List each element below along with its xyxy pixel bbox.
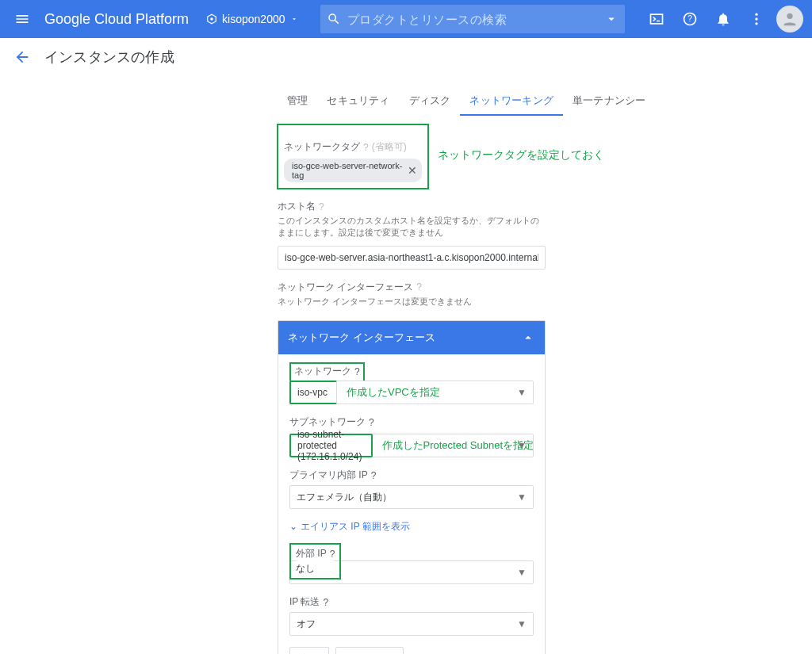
avatar [776, 6, 803, 33]
subnet-dropdown-value: iso-subnet-protected (172.16.1.0/24) [297, 429, 365, 462]
subnet-annotation: 作成したProtected Subnetを指定 [382, 438, 534, 453]
external-ip-label-row: 外部 IP ? [296, 547, 335, 560]
chevron-down-icon[interactable] [604, 12, 619, 26]
external-ip-label: 外部 IP [296, 547, 327, 560]
account-button[interactable] [774, 3, 806, 35]
chevron-down-small-icon: ⌄ [289, 521, 297, 532]
external-ip-row: 外部 IP ? なし . ▼ [289, 543, 534, 584]
tab-disks[interactable]: ディスク [400, 86, 461, 116]
network-tags-label: ネットワークタグ [284, 140, 360, 154]
svg-point-6 [755, 22, 757, 25]
nif-desc: ネットワーク インターフェースは変更できません [278, 296, 547, 308]
optional-hint: (省略可) [372, 140, 407, 154]
ip-forward-label: IP 転送 [289, 595, 320, 609]
network-tags-input[interactable]: iso-gce-web-server-network-tag ✕ [284, 159, 422, 182]
more-button[interactable] [741, 3, 772, 35]
subnet-dropdown-value-box[interactable]: iso-subnet-protected (172.16.1.0/24) [289, 434, 373, 457]
page-title: インスタンスの作成 [44, 48, 174, 67]
help-icon[interactable]: ? [323, 597, 328, 608]
subnet-row: サブネットワーク ? iso-subnet-protected (172.16.… [289, 415, 534, 457]
network-tags-label-row: ネットワークタグ ? (省略可) [284, 140, 422, 154]
help-icon[interactable]: ? [354, 366, 360, 377]
notifications-button[interactable] [707, 3, 739, 35]
back-button[interactable] [10, 44, 35, 70]
menu-icon [14, 11, 30, 27]
help-icon[interactable]: ? [330, 549, 335, 560]
person-icon [781, 10, 799, 28]
kebab-icon [749, 11, 764, 27]
nif-label: ネットワーク インターフェース [278, 281, 413, 294]
nif-panel-title: ネットワーク インターフェース [288, 331, 435, 345]
search-icon [327, 12, 341, 26]
topbar-right-icons: ? [641, 3, 806, 35]
nif-panel-body: ネットワーク ? iso-vpc 作成したVPCを指定 [278, 354, 545, 654]
primary-ip-value: エフェメラル（自動） [297, 491, 392, 504]
main-content: 管理 セキュリティ ディスク ネットワーキング 単一テナンシー ネットワークタグ… [0, 86, 812, 654]
gcp-top-bar: Google Cloud Platform kisopon2000 ? [0, 0, 812, 38]
hamburger-menu-button[interactable] [6, 3, 38, 35]
arrow-left-icon [13, 48, 31, 66]
network-annotation: 作成したVPCを指定 [347, 385, 440, 400]
project-hex-icon [206, 13, 217, 25]
primary-ip-label-row: プライマリ内部 IP ? [289, 469, 534, 482]
panel-done-button[interactable]: 完了 [289, 647, 329, 654]
network-tags-block: ネットワークタグ ? (省略可) iso-gce-web-server-netw… [278, 124, 428, 189]
hostname-label: ホスト名 [278, 200, 316, 213]
panel-cancel-button[interactable]: キャンセル [335, 647, 404, 654]
nif-label-row: ネットワーク インターフェース ? [278, 281, 547, 294]
search-input[interactable] [347, 13, 599, 26]
tab-networking[interactable]: ネットワーキング [460, 86, 563, 116]
tab-sole-tenancy[interactable]: 単一テナンシー [563, 86, 655, 116]
help-icon[interactable]: ? [319, 201, 324, 212]
hostname-desc: このインスタンスのカスタムホスト名を設定するか、デフォルトのままにします。設定は… [278, 215, 547, 239]
caret-down-icon: ▼ [517, 618, 527, 629]
tab-management[interactable]: 管理 [278, 86, 317, 116]
external-ip-value: なし [296, 562, 315, 576]
cloud-shell-icon [649, 11, 665, 27]
ip-forward-label-row: IP 転送 ? [289, 595, 534, 609]
hostname-input[interactable] [278, 246, 546, 270]
help-icon[interactable]: ? [363, 142, 369, 153]
primary-ip-label: プライマリ内部 IP [289, 469, 368, 482]
network-green-box: ネットワーク ? [289, 362, 365, 381]
nif-heading-section: ネットワーク インターフェース ? ネットワーク インターフェースは変更できませ… [278, 281, 547, 308]
network-field-label: ネットワーク [294, 365, 351, 378]
subnet-field-label: サブネットワーク [289, 415, 366, 429]
external-ip-value-box: なし [296, 560, 335, 576]
svg-point-4 [755, 13, 757, 16]
hostname-label-row: ホスト名 ? [278, 200, 547, 213]
ip-forward-dropdown[interactable]: オフ ▼ [289, 612, 534, 636]
help-icon[interactable]: ? [369, 417, 374, 428]
page-subheader: インスタンスの作成 [0, 38, 812, 76]
network-dropdown-value-box[interactable]: iso-vpc [289, 381, 337, 404]
ip-forward-value: オフ [297, 618, 316, 631]
svg-point-7 [787, 13, 792, 19]
chevron-up-icon [521, 331, 535, 345]
tab-security[interactable]: セキュリティ [317, 86, 399, 116]
network-tags-annotation: ネットワークタグを設定しておく [438, 148, 604, 163]
nif-panel-header[interactable]: ネットワーク インターフェース [278, 321, 545, 354]
search-bar[interactable] [320, 5, 626, 33]
external-ip-green-box: 外部 IP ? なし [289, 543, 341, 579]
help-icon[interactable]: ? [416, 281, 422, 293]
bell-icon [715, 11, 731, 27]
hostname-section: ホスト名 ? このインスタンスのカスタムホスト名を設定するか、デフォルトのままに… [278, 200, 547, 270]
svg-point-1 [211, 18, 213, 20]
brand-title: Google Cloud Platform [44, 11, 189, 28]
svg-text:?: ? [688, 14, 692, 23]
dropdown-caret-icon [290, 15, 298, 23]
alias-ip-label: エイリアス IP 範囲を表示 [301, 521, 410, 532]
config-tabs: 管理 セキュリティ ディスク ネットワーキング 単一テナンシー [278, 86, 812, 117]
project-picker[interactable]: kisopon2000 [200, 10, 304, 29]
caret-down-icon: ▼ [517, 491, 527, 503]
help-button[interactable]: ? [674, 3, 706, 35]
subnet-field-label-row: サブネットワーク ? [289, 415, 534, 429]
alias-ip-toggle[interactable]: ⌄エイリアス IP 範囲を表示 [289, 520, 534, 534]
network-dropdown-value: iso-vpc [297, 387, 327, 398]
caret-down-icon: ▼ [517, 387, 527, 398]
help-icon[interactable]: ? [371, 470, 377, 481]
primary-ip-dropdown[interactable]: エフェメラル（自動） ▼ [289, 485, 534, 509]
caret-down-icon: ▼ [517, 567, 527, 578]
chip-remove-icon[interactable]: ✕ [408, 164, 417, 177]
cloud-shell-button[interactable] [641, 3, 672, 35]
